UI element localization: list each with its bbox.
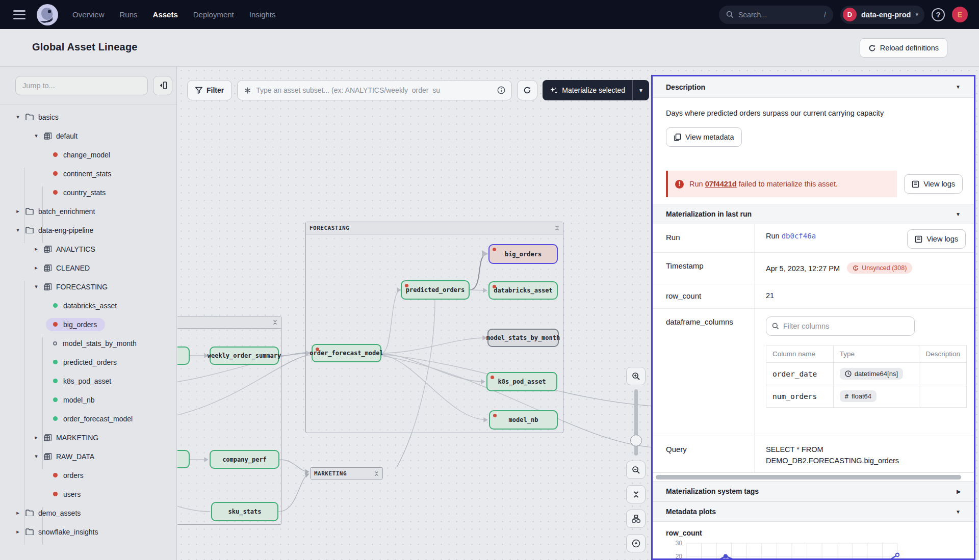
asset-node-model_nb[interactable]: model_nb [489,410,558,430]
asset-node-partial-asset-1[interactable] [177,346,190,365]
help-icon[interactable]: ? [932,8,945,21]
zoom-slider[interactable] [634,389,638,456]
sidebar-item-basics[interactable]: ▾basics [0,108,176,126]
page-header: Global Asset Lineage Reload definitions [0,29,979,67]
status-dot-hollow [53,341,57,345]
asset-node-k8s_pod_asset[interactable]: k8s_pod_asset [486,372,557,391]
caret-right-icon[interactable]: ▸ [33,434,40,441]
section-description[interactable]: Description ▼ [653,76,974,98]
type-badge: #float64 [840,390,877,402]
sidebar-item-default[interactable]: ▾default [0,126,176,145]
asset-node-weekly_order_summary[interactable]: weekly_order_summary [210,346,279,365]
section-materialization[interactable]: Materialization in last run ▼ [653,204,974,224]
caret-right-icon[interactable]: ▸ [33,264,40,271]
group-collapse-icon[interactable] [273,319,277,325]
graph-layout-button[interactable] [626,510,646,528]
collapse-sidebar-button[interactable] [153,76,172,95]
status-dot-green [53,416,58,421]
asset-node-sku_stats[interactable]: sku_stats [211,502,278,521]
sidebar-item-predicted_orders[interactable]: predicted_orders [0,353,176,371]
jump-to-input[interactable]: Jump to... [15,76,148,95]
caret-right-icon[interactable]: ▸ [14,528,21,535]
zoom-slider-handle[interactable] [630,435,642,446]
avatar[interactable]: E [952,7,968,22]
sidebar-item-model_nb[interactable]: model_nb [0,390,176,409]
sidebar-item-data-eng-pipeline[interactable]: ▾data-eng-pipeline [0,221,176,239]
run-id-link[interactable]: 07f4421d [705,180,737,188]
timestamp-value: Apr 5, 2023, 12:27 PM [766,264,840,273]
asset-group-MARKETING[interactable]: MARKETING [310,467,383,479]
chevron-down-icon: ▼ [956,84,961,90]
materialize-selected-button[interactable]: Materialize selected ▼ [543,80,649,100]
collapse-groups-button[interactable] [626,485,646,503]
caret-down-icon[interactable]: ▾ [33,453,40,460]
info-icon[interactable] [497,86,505,94]
caret-down-icon[interactable]: ▾ [33,132,40,139]
nav-item-runs[interactable]: Runs [120,10,138,19]
materialize-dropdown[interactable]: ▼ [632,80,649,100]
sidebar-item-ANALYTICS[interactable]: ▸ANALYTICS [0,239,176,258]
asset-node-partial-asset-2[interactable] [177,450,190,468]
nav-item-assets[interactable]: Assets [153,10,178,19]
sidebar-item-orders[interactable]: orders [0,466,176,485]
asset-node-model_stats_by_month[interactable]: model_stats_by_month [487,329,559,347]
asset-node-predicted_orders[interactable]: predicted_orders [401,280,470,300]
sidebar-item-RAW_DATA[interactable]: ▾RAW_DATA [0,447,176,466]
asset-node-order_forecast_model[interactable]: order_forecast_model [312,344,381,362]
asset-subset-input[interactable]: Type an asset subset... (ex: ANALYTICS/w… [237,80,512,100]
sidebar-item-FORECASTING[interactable]: ▾FORECASTING [0,277,176,296]
sidebar-item-demo_assets[interactable]: ▸demo_assets [0,503,176,522]
logs-icon [915,235,922,243]
asset-node-company_perf[interactable]: company_perf [210,450,279,469]
refresh-graph-button[interactable] [517,80,537,100]
hamburger-menu-icon[interactable] [13,10,25,19]
sidebar-item-k8s_pod_asset[interactable]: k8s_pod_asset [0,371,176,390]
sidebar-item-order_forecast_model[interactable]: order_forecast_model [0,409,176,428]
view-metadata-button[interactable]: View metadata [666,127,742,147]
caret-right-icon[interactable]: ▸ [14,208,21,215]
dagster-logo[interactable] [37,4,58,25]
nav-item-insights[interactable]: Insights [249,10,276,19]
sidebar-item-snowflake_insights[interactable]: ▸snowflake_insights [0,522,176,541]
section-system-tags[interactable]: Materialization system tags ▶ [653,481,974,501]
sidebar-item-batch_enrichment[interactable]: ▸batch_enrichment [0,202,176,221]
zoom-out-button[interactable] [626,461,646,479]
deployment-switcher[interactable]: D data-eng-prod ▾ [840,6,924,24]
zoom-in-button[interactable] [626,367,646,385]
sidebar-item-databricks_asset[interactable]: databricks_asset [0,296,176,315]
nav-item-deployment[interactable]: Deployment [193,10,234,19]
status-dot-red [53,492,58,496]
sidebar-item-MARKETING[interactable]: ▸MARKETING [0,428,176,447]
filter-columns-input[interactable]: Filter columns [766,316,915,336]
caret-down-icon[interactable]: ▾ [14,114,21,120]
asset-node-databricks_asset[interactable]: databricks_asset [488,281,558,300]
section-metadata-plots[interactable]: Metadata plots ▼ [653,501,974,522]
search-input[interactable]: Search... / [719,6,833,24]
sidebar-item-country_stats[interactable]: country_stats [0,183,176,202]
view-logs-button[interactable]: View logs [904,174,963,194]
sidebar-item-CLEANED[interactable]: ▸CLEANED [0,258,176,277]
sidebar-item-continent_stats[interactable]: continent_stats [0,164,176,183]
column-header-column-name: Column name [766,345,834,363]
sidebar-item-change_model[interactable]: change_model [0,145,176,164]
group-collapse-icon[interactable] [555,225,559,231]
caret-right-icon[interactable]: ▸ [33,246,40,252]
view-logs-button[interactable]: View logs [907,229,966,249]
sidebar-item-big_orders[interactable]: big_orders [0,315,176,334]
reload-definitions-button[interactable]: Reload definitions [860,38,947,58]
caret-down-icon[interactable]: ▾ [14,227,21,233]
filter-button[interactable]: Filter [187,80,232,100]
group-collapse-icon[interactable] [374,471,379,476]
nav-item-overview[interactable]: Overview [72,10,105,19]
row-count-chart: 102030Value [653,536,974,558]
run-id-link[interactable]: db0cf46a [782,232,816,240]
recenter-button[interactable] [626,534,646,552]
unsynced-badge[interactable]: Unsynced (308) [847,262,912,274]
chevron-down-icon: ▼ [956,509,961,515]
horizontal-scrollbar[interactable] [653,473,974,481]
sidebar-item-model_stats_by_month[interactable]: model_stats_by_month [0,334,176,353]
caret-down-icon[interactable]: ▾ [33,283,40,290]
asset-node-big_orders[interactable]: big_orders [488,244,558,264]
sidebar-item-users[interactable]: users [0,485,176,503]
caret-right-icon[interactable]: ▸ [14,510,21,516]
